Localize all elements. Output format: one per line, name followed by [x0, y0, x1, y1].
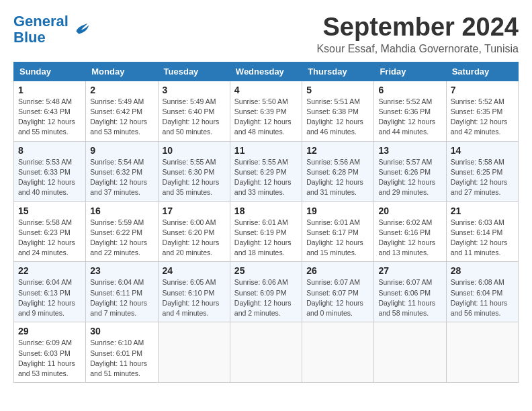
day-number: 19	[306, 205, 369, 216]
week-row-5: 29Sunrise: 6:09 AM Sunset: 6:03 PM Dayli…	[14, 322, 519, 383]
day-info: Sunrise: 6:00 AM Sunset: 6:20 PM Dayligh…	[163, 218, 226, 259]
calendar-cell: 14Sunrise: 5:58 AM Sunset: 6:25 PM Dayli…	[446, 141, 518, 201]
day-number: 3	[163, 85, 226, 95]
calendar-cell: 10Sunrise: 5:55 AM Sunset: 6:30 PM Dayli…	[158, 141, 230, 201]
day-number: 18	[234, 205, 298, 216]
day-number: 2	[90, 85, 153, 95]
day-number: 12	[306, 145, 369, 156]
calendar-cell: 26Sunrise: 6:07 AM Sunset: 6:07 PM Dayli…	[302, 262, 374, 322]
calendar-cell: 4Sunrise: 5:50 AM Sunset: 6:39 PM Daylig…	[230, 81, 302, 141]
calendar-cell: 6Sunrise: 5:52 AM Sunset: 6:36 PM Daylig…	[374, 81, 446, 141]
calendar-cell: 18Sunrise: 6:01 AM Sunset: 6:19 PM Dayli…	[230, 201, 302, 262]
day-info: Sunrise: 5:58 AM Sunset: 6:23 PM Dayligh…	[18, 218, 81, 259]
day-number: 9	[90, 145, 153, 156]
week-row-1: 1Sunrise: 5:48 AM Sunset: 6:43 PM Daylig…	[14, 81, 519, 141]
day-number: 4	[234, 85, 298, 95]
calendar-cell: 25Sunrise: 6:06 AM Sunset: 6:09 PM Dayli…	[230, 262, 302, 322]
day-info: Sunrise: 5:55 AM Sunset: 6:29 PM Dayligh…	[234, 157, 298, 198]
day-number: 22	[18, 265, 81, 276]
day-number: 28	[451, 265, 514, 276]
calendar-cell: 28Sunrise: 6:08 AM Sunset: 6:04 PM Dayli…	[446, 262, 518, 322]
day-info: Sunrise: 5:49 AM Sunset: 6:40 PM Dayligh…	[163, 97, 226, 138]
calendar-cell: 5Sunrise: 5:51 AM Sunset: 6:38 PM Daylig…	[302, 81, 374, 141]
calendar-table: SundayMondayTuesdayWednesdayThursdayFrid…	[13, 62, 519, 383]
day-number: 30	[90, 326, 153, 336]
calendar-cell: 13Sunrise: 5:57 AM Sunset: 6:26 PM Dayli…	[374, 141, 446, 201]
calendar-cell: 24Sunrise: 6:05 AM Sunset: 6:10 PM Dayli…	[158, 262, 230, 322]
day-info: Sunrise: 5:49 AM Sunset: 6:42 PM Dayligh…	[90, 97, 153, 138]
calendar-cell: 30Sunrise: 6:10 AM Sunset: 6:01 PM Dayli…	[86, 322, 158, 383]
calendar-cell: 1Sunrise: 5:48 AM Sunset: 6:43 PM Daylig…	[14, 81, 86, 141]
day-info: Sunrise: 6:08 AM Sunset: 6:04 PM Dayligh…	[451, 277, 514, 318]
day-info: Sunrise: 5:55 AM Sunset: 6:30 PM Dayligh…	[163, 157, 226, 198]
day-info: Sunrise: 5:56 AM Sunset: 6:28 PM Dayligh…	[306, 157, 369, 198]
day-info: Sunrise: 6:01 AM Sunset: 6:17 PM Dayligh…	[306, 218, 369, 259]
day-number: 29	[18, 326, 81, 336]
day-info: Sunrise: 5:58 AM Sunset: 6:25 PM Dayligh…	[451, 157, 514, 198]
day-info: Sunrise: 6:03 AM Sunset: 6:14 PM Dayligh…	[451, 218, 514, 259]
calendar-cell: 20Sunrise: 6:02 AM Sunset: 6:16 PM Dayli…	[374, 201, 446, 262]
day-info: Sunrise: 6:09 AM Sunset: 6:03 PM Dayligh…	[18, 338, 81, 379]
day-number: 27	[378, 265, 441, 276]
day-info: Sunrise: 5:52 AM Sunset: 6:35 PM Dayligh…	[451, 97, 514, 138]
day-info: Sunrise: 5:52 AM Sunset: 6:36 PM Dayligh…	[378, 97, 441, 138]
day-info: Sunrise: 5:59 AM Sunset: 6:22 PM Dayligh…	[90, 218, 153, 259]
calendar-cell: 15Sunrise: 5:58 AM Sunset: 6:23 PM Dayli…	[14, 201, 86, 262]
logo: General Blue	[13, 13, 90, 46]
weekday-header-wednesday: Wednesday	[230, 62, 302, 81]
calendar-cell	[446, 322, 518, 383]
day-number: 16	[90, 205, 153, 216]
weekday-header-row: SundayMondayTuesdayWednesdayThursdayFrid…	[14, 62, 519, 81]
page-header: General Blue September 2024 Ksour Essaf,…	[13, 13, 519, 55]
calendar-cell	[158, 322, 230, 383]
calendar-cell: 8Sunrise: 5:53 AM Sunset: 6:33 PM Daylig…	[14, 141, 86, 201]
month-title: September 2024	[316, 13, 519, 42]
day-number: 23	[90, 265, 153, 276]
weekday-header-saturday: Saturday	[446, 62, 518, 81]
day-info: Sunrise: 5:48 AM Sunset: 6:43 PM Dayligh…	[18, 97, 81, 138]
calendar-cell	[230, 322, 302, 383]
day-info: Sunrise: 5:50 AM Sunset: 6:39 PM Dayligh…	[234, 97, 298, 138]
day-info: Sunrise: 6:07 AM Sunset: 6:06 PM Dayligh…	[378, 277, 441, 318]
calendar-cell: 29Sunrise: 6:09 AM Sunset: 6:03 PM Dayli…	[14, 322, 86, 383]
day-info: Sunrise: 6:04 AM Sunset: 6:11 PM Dayligh…	[90, 277, 153, 318]
day-info: Sunrise: 6:02 AM Sunset: 6:16 PM Dayligh…	[378, 218, 441, 259]
calendar-cell: 2Sunrise: 5:49 AM Sunset: 6:42 PM Daylig…	[86, 81, 158, 141]
day-number: 7	[451, 85, 514, 95]
logo-line2: Blue	[13, 30, 69, 46]
day-info: Sunrise: 6:01 AM Sunset: 6:19 PM Dayligh…	[234, 218, 298, 259]
week-row-4: 22Sunrise: 6:04 AM Sunset: 6:13 PM Dayli…	[14, 262, 519, 322]
day-number: 10	[163, 145, 226, 156]
weekday-header-sunday: Sunday	[14, 62, 86, 81]
logo-line1: General	[13, 13, 69, 30]
calendar-cell: 21Sunrise: 6:03 AM Sunset: 6:14 PM Dayli…	[446, 201, 518, 262]
calendar-cell: 22Sunrise: 6:04 AM Sunset: 6:13 PM Dayli…	[14, 262, 86, 322]
calendar-cell: 7Sunrise: 5:52 AM Sunset: 6:35 PM Daylig…	[446, 81, 518, 141]
weekday-header-tuesday: Tuesday	[158, 62, 230, 81]
calendar-cell: 3Sunrise: 5:49 AM Sunset: 6:40 PM Daylig…	[158, 81, 230, 141]
day-info: Sunrise: 6:10 AM Sunset: 6:01 PM Dayligh…	[90, 338, 153, 379]
location-subtitle: Ksour Essaf, Mahdia Governorate, Tunisia	[316, 43, 519, 55]
day-info: Sunrise: 5:57 AM Sunset: 6:26 PM Dayligh…	[378, 157, 441, 198]
day-number: 6	[378, 85, 441, 95]
day-info: Sunrise: 5:54 AM Sunset: 6:32 PM Dayligh…	[90, 157, 153, 198]
day-number: 20	[378, 205, 441, 216]
calendar-cell: 16Sunrise: 5:59 AM Sunset: 6:22 PM Dayli…	[86, 201, 158, 262]
day-number: 17	[163, 205, 226, 216]
day-number: 5	[306, 85, 369, 95]
calendar-cell: 27Sunrise: 6:07 AM Sunset: 6:06 PM Dayli…	[374, 262, 446, 322]
title-block: September 2024 Ksour Essaf, Mahdia Gover…	[316, 13, 519, 55]
calendar-cell	[374, 322, 446, 383]
calendar-cell: 9Sunrise: 5:54 AM Sunset: 6:32 PM Daylig…	[86, 141, 158, 201]
day-info: Sunrise: 6:04 AM Sunset: 6:13 PM Dayligh…	[18, 277, 81, 318]
day-number: 14	[451, 145, 514, 156]
day-number: 8	[18, 145, 81, 156]
day-number: 15	[18, 205, 81, 216]
day-number: 26	[306, 265, 369, 276]
weekday-header-monday: Monday	[86, 62, 158, 81]
weekday-header-friday: Friday	[374, 62, 446, 81]
week-row-2: 8Sunrise: 5:53 AM Sunset: 6:33 PM Daylig…	[14, 141, 519, 201]
day-info: Sunrise: 5:53 AM Sunset: 6:33 PM Dayligh…	[18, 157, 81, 198]
week-row-3: 15Sunrise: 5:58 AM Sunset: 6:23 PM Dayli…	[14, 201, 519, 262]
day-number: 11	[234, 145, 298, 156]
